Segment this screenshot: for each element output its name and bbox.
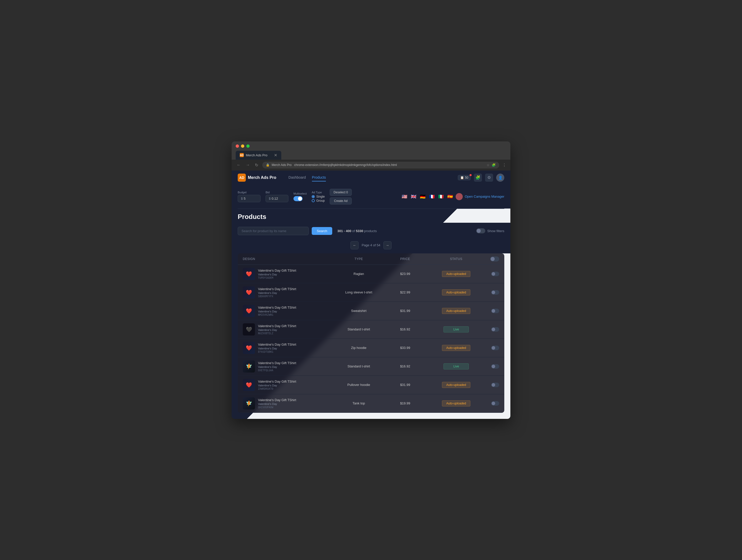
row-toggle-cell: [484, 272, 499, 276]
row-toggle[interactable]: [491, 364, 499, 369]
product-thumbnail: ❤️: [243, 286, 255, 298]
flag-extra[interactable]: [456, 193, 463, 200]
bid-group: Bid $ 0.12: [266, 191, 288, 202]
row-toggle[interactable]: [491, 401, 499, 406]
budget-group: Budget $ 5: [238, 191, 261, 202]
nav-dashboard[interactable]: Dashboard: [288, 174, 306, 181]
address-bar[interactable]: 🔒 Merch Ads Pro chrome-extension://mfemj…: [262, 162, 499, 169]
minimize-button[interactable]: [241, 145, 244, 148]
flag-gb[interactable]: 🇬🇧: [410, 193, 417, 200]
product-info: Valentine's Day Gift TShirt Valentine's …: [258, 324, 296, 335]
table-header: Design Type Price Status: [238, 254, 504, 265]
page-title-section: Products: [231, 209, 511, 223]
deselect-button[interactable]: Deselect 0: [330, 189, 352, 196]
back-button[interactable]: ←: [236, 162, 242, 168]
product-sku: TUPDYSADEM: [258, 276, 296, 279]
status-badge: Auto-uploaded: [442, 345, 470, 351]
product-price: $16.92: [382, 365, 428, 368]
campaigns-manager-link[interactable]: Open Campaigns Manager: [465, 194, 504, 199]
flag-de[interactable]: 🇩🇪: [419, 193, 426, 200]
close-button[interactable]: [236, 145, 239, 148]
show-filters[interactable]: Show filters: [476, 228, 504, 233]
flag-us[interactable]: 🇺🇸: [401, 193, 408, 200]
filters-label: Show filters: [487, 229, 504, 233]
page-title: Products: [238, 213, 504, 221]
profile-icon[interactable]: ⋮: [502, 163, 506, 167]
browser-controls: [236, 145, 506, 148]
radio-single[interactable]: Single: [312, 195, 325, 199]
budget-input[interactable]: $ 5: [238, 195, 261, 202]
search-input[interactable]: [238, 227, 309, 235]
row-toggle[interactable]: [491, 327, 499, 332]
header-type: Type: [335, 257, 382, 261]
product-type: Raglan: [335, 272, 382, 276]
status-badge: Auto-uploaded: [442, 382, 470, 388]
product-name: Valentine's Day Gift TShirt: [258, 343, 296, 346]
radio-group-dot: [312, 199, 315, 202]
product-info: Valentine's Day Gift TShirt Valentine's …: [258, 398, 296, 409]
app-name: Merch Ads Pro: [248, 175, 276, 180]
product-thumbnail: 🧚: [243, 397, 255, 409]
count-total: 5330: [356, 229, 363, 233]
product-sku: QHIVVUPAOW: [258, 406, 296, 409]
browser-titlebar: AD Merch Ads Pro ✕: [231, 142, 511, 160]
product-price: $16.92: [382, 327, 428, 331]
forward-button[interactable]: →: [245, 162, 251, 168]
row-toggle[interactable]: [491, 309, 499, 313]
nav-right: 📋 50 🧩 ⚙ 👤: [458, 174, 504, 182]
nav-products[interactable]: Products: [312, 174, 326, 181]
row-toggle[interactable]: [491, 272, 499, 276]
product-sku: SBDHXMYYFX: [258, 295, 296, 298]
radio-group[interactable]: Group: [312, 199, 325, 203]
product-price: $31.99: [382, 309, 428, 313]
flag-es[interactable]: 🇪🇸: [446, 193, 454, 200]
product-cell: 🖤 Valentine's Day Gift TShirt Valentine'…: [243, 323, 335, 335]
search-button[interactable]: Search: [312, 227, 332, 235]
products-count: 301 - 400 of 5330 products: [337, 229, 377, 233]
product-info: Valentine's Day Gift TShirt Valentine's …: [258, 305, 296, 316]
product-name: Valentine's Day Gift TShirt: [258, 361, 296, 365]
tab-close-icon[interactable]: ✕: [274, 153, 277, 158]
product-type: Standard t-shirt: [335, 365, 382, 368]
status-cell: Auto-uploaded: [428, 400, 484, 406]
tab-favicon: AD: [240, 153, 244, 157]
row-toggle-cell: [484, 346, 499, 350]
flag-fr[interactable]: 🇫🇷: [428, 193, 435, 200]
budget-label: Budget: [238, 191, 261, 194]
prev-page-button[interactable]: ←: [351, 241, 359, 249]
bid-input[interactable]: $ 0.12: [266, 195, 288, 202]
star-icon[interactable]: ☆: [486, 163, 490, 167]
active-tab[interactable]: AD Merch Ads Pro ✕: [236, 151, 281, 160]
settings-button[interactable]: ⚙: [485, 174, 493, 182]
product-cell: ❤️ Valentine's Day Gift TShirt Valentine…: [243, 268, 335, 280]
table-row: ❤️ Valentine's Day Gift TShirt Valentine…: [238, 339, 504, 357]
page-info: Page 4 of 54: [362, 243, 380, 247]
multiselect-toggle[interactable]: [294, 196, 303, 201]
extension-icon[interactable]: 🧩: [492, 163, 496, 167]
product-sku: NMIEVRZWRG: [258, 314, 296, 316]
notification-badge[interactable]: 📋 50: [458, 175, 471, 180]
product-category: Valentine's Day: [258, 310, 296, 313]
flag-it[interactable]: 🇮🇹: [437, 193, 444, 200]
status-badge: Live: [443, 326, 469, 332]
app-logo: AD Merch Ads Pro: [238, 174, 276, 182]
filter-toggle[interactable]: [476, 228, 485, 233]
header-design: Design: [243, 257, 335, 261]
maximize-button[interactable]: [246, 145, 250, 148]
user-avatar[interactable]: 👤: [496, 174, 504, 182]
table-row: ❤️ Valentine's Day Gift TShirt Valentine…: [238, 283, 504, 302]
product-cell: ❤️ Valentine's Day Gift TShirt Valentine…: [243, 342, 335, 354]
product-info: Valentine's Day Gift TShirt Valentine's …: [258, 380, 296, 390]
product-thumbnail: 🧚: [243, 360, 255, 373]
create-ad-button[interactable]: Create Ad: [330, 198, 352, 205]
extensions-button[interactable]: 🧩: [474, 174, 482, 182]
product-name: Valentine's Day Gift TShirt: [258, 324, 296, 328]
row-toggle[interactable]: [491, 290, 499, 295]
header-toggle[interactable]: [490, 257, 499, 262]
status-badge: Auto-uploaded: [442, 308, 470, 314]
reload-button[interactable]: ↻: [254, 162, 259, 169]
next-page-button[interactable]: →: [383, 241, 391, 249]
multiselect-label: Multiselect: [294, 192, 307, 195]
row-toggle[interactable]: [491, 346, 499, 350]
row-toggle[interactable]: [491, 383, 499, 387]
